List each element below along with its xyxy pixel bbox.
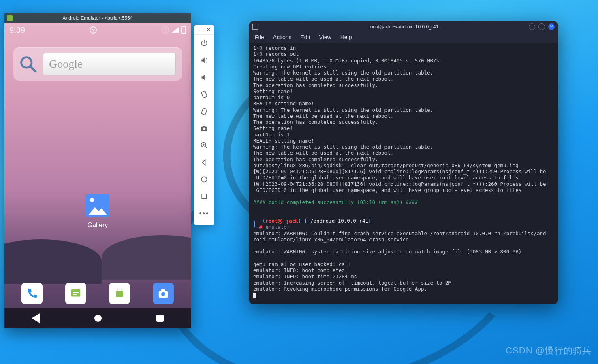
close-button[interactable]: ✕: [205, 27, 212, 33]
wallpaper-hill: [4, 239, 102, 284]
wifi-help-icon: ?: [90, 26, 97, 34]
gallery-icon: [86, 194, 109, 217]
more-button[interactable]: •••: [194, 205, 214, 222]
wallpaper-hill: [102, 235, 191, 280]
terminal-title: root@jack: ~/android-10.0.0_r41: [369, 24, 439, 30]
watermark: CSDN @慢行的骑兵: [506, 345, 592, 357]
phone-screen[interactable]: 9:39 ? ? Google Gallery: [4, 23, 191, 328]
svg-point-6: [161, 292, 165, 296]
svg-line-14: [205, 147, 207, 149]
menu-actions[interactable]: Actions: [273, 34, 292, 40]
home-button[interactable]: [194, 171, 214, 188]
gallery-label: Gallery: [86, 221, 109, 229]
titlebar-max-icon[interactable]: [538, 23, 545, 30]
titlebar-close-icon[interactable]: [548, 23, 555, 30]
android-navbar: [4, 308, 191, 328]
svg-point-4: [121, 290, 122, 291]
android-app[interactable]: [109, 283, 130, 304]
app-dock: [4, 283, 191, 304]
nav-back-button[interactable]: [32, 313, 40, 323]
terminal-icon: [252, 24, 258, 30]
menu-edit[interactable]: Edit: [300, 34, 310, 40]
status-bar: 9:39 ? ?: [4, 23, 191, 37]
search-input[interactable]: Google: [43, 53, 176, 75]
terminal-window: root@jack: ~/android-10.0.0_r41 File Act…: [249, 21, 558, 304]
svg-point-3: [117, 290, 119, 291]
gallery-app[interactable]: Gallery: [86, 194, 109, 229]
emulator-toolbar: — ✕ •••: [194, 25, 214, 225]
camera-app[interactable]: [153, 283, 174, 304]
phone-app[interactable]: [21, 283, 43, 304]
terminal-output[interactable]: 1+0 records in 1+0 records out 1048576 b…: [249, 43, 558, 304]
titlebar-min-icon[interactable]: [529, 23, 535, 30]
overview-button[interactable]: [194, 188, 214, 205]
terminal-menu: File Actions Edit View Help: [249, 32, 558, 43]
screenshot-button[interactable]: [194, 120, 214, 137]
power-button[interactable]: [194, 35, 214, 52]
search-placeholder: Google: [49, 57, 82, 70]
signal-icon: [171, 27, 179, 33]
back-button[interactable]: [194, 154, 214, 171]
terminal-titlebar[interactable]: root@jack: ~/android-10.0.0_r41: [249, 21, 558, 32]
volume-down-button[interactable]: [194, 69, 214, 86]
messaging-app[interactable]: [65, 283, 86, 304]
svg-rect-7: [161, 289, 165, 292]
search-icon: [19, 55, 37, 73]
menu-file[interactable]: File: [255, 34, 264, 40]
android-emulator-window: Android Emulator - <build>:5554 9:39 ? ?…: [4, 13, 191, 328]
nav-recent-button[interactable]: [156, 315, 164, 322]
menu-view[interactable]: View: [319, 34, 331, 40]
svg-rect-9: [201, 108, 207, 115]
nav-home-button[interactable]: [94, 315, 102, 322]
svg-rect-8: [201, 91, 207, 98]
status-time: 9:39: [9, 26, 25, 35]
emulator-titlebar[interactable]: Android Emulator - <build>:5554: [4, 13, 191, 23]
wifi-icon: ?: [162, 26, 169, 34]
volume-up-button[interactable]: [194, 52, 214, 69]
google-search-widget[interactable]: Google: [13, 47, 182, 81]
svg-point-11: [203, 128, 206, 130]
svg-rect-18: [202, 194, 207, 199]
rotate-left-button[interactable]: [194, 86, 214, 103]
svg-point-17: [201, 177, 207, 182]
svg-line-1: [30, 66, 36, 72]
svg-rect-12: [203, 126, 206, 127]
zoom-button[interactable]: [194, 137, 214, 154]
rotate-right-button[interactable]: [194, 103, 214, 120]
battery-icon: [181, 26, 186, 34]
android-icon: [7, 15, 13, 21]
minimize-button[interactable]: —: [197, 27, 204, 33]
menu-help[interactable]: Help: [340, 34, 352, 40]
emulator-title: Android Emulator - <build>:5554: [63, 15, 133, 21]
